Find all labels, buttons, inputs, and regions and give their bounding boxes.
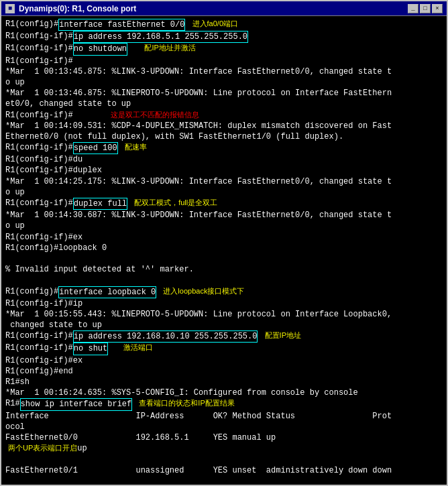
terminal-line: R1(config)#end <box>5 366 443 377</box>
text-content: R1#sh <box>5 377 30 387</box>
text-content: R1(config-if)#duplex <box>5 165 102 176</box>
terminal-line: R1(config-if)#no shut 激活端口 <box>5 343 443 355</box>
title-bar: ■ Dynamips(0): R1, Console port _ □ × <box>1 1 447 16</box>
annotation: 配置IP地址 <box>260 330 301 343</box>
text-content: R1(config-if)#ex <box>5 355 82 366</box>
terminal-line: R1(config)#loopback 0 <box>5 243 443 253</box>
terminal-line <box>5 275 443 286</box>
text-content: R1(config-if)# <box>5 43 73 55</box>
terminal-line: *Mar 1 00:13:45.875: %LINK-3-UPDOWN: Int… <box>5 66 443 77</box>
text-content: *Mar 1 00:13:45.875: %LINK-3-UPDOWN: Int… <box>5 66 392 77</box>
terminal-line: *Mar 1 00:14:30.687: %LINK-3-UPDOWN: Int… <box>5 210 443 221</box>
annotation: 配双工模式，full是全双工 <box>130 198 217 210</box>
annotation: 配速率 <box>121 142 147 154</box>
text-content: R1# <box>5 398 20 410</box>
cmd-highlight: no shutdown <box>73 43 127 55</box>
text-content: R1(config-if)#ex <box>5 232 82 243</box>
text-content: R1(config-if)#ip <box>5 298 82 309</box>
text-content: FastEthernet0/1 unassigned YES unset adm… <box>5 465 392 476</box>
text-content: *Mar 1 00:13:46.875: %LINEPROTO-5-UPDOWN… <box>5 88 392 99</box>
terminal-line: R1(config)#interface loopback 0 进入loopba… <box>5 286 443 298</box>
text-content: R1(config-if)# <box>5 343 73 355</box>
text-content: R1(config)#loopback 0 <box>5 243 107 253</box>
text-content: R1(config-if)# <box>5 142 73 154</box>
text-content: up <box>77 443 87 454</box>
minimize-button[interactable]: _ <box>408 4 418 13</box>
text-content <box>5 275 10 286</box>
cmd-highlight: show ip interface brief <box>20 398 133 410</box>
text-content: *Mar 1 00:14:09.531: %CDP-4-DUPLEX_MISMA… <box>5 121 392 131</box>
terminal-line: R1(config-if)#ex <box>5 232 443 243</box>
terminal-line: R1(config-if)# 这是双工不匹配的报错信息 <box>5 110 443 121</box>
terminal-line: R1(config-if)#speed 100 配速率 <box>5 142 443 154</box>
text-content <box>5 476 10 485</box>
terminal-line: R1(config-if)#ip <box>5 298 443 309</box>
terminal-line: ocol <box>5 422 443 432</box>
cmd-highlight: interface fastEthernet 0/0 <box>58 19 185 31</box>
text-content: R1(config)# <box>5 19 58 31</box>
terminal-line: R1(config-if)#ip address 192.168.10.10 2… <box>5 330 443 343</box>
terminal-line: % Invalid input detected at '^' marker. <box>5 264 443 275</box>
text-content: R1(config-if)# <box>5 31 73 43</box>
terminal-line: R1(config-if)#ex <box>5 355 443 366</box>
terminal-line: R1(config)#interface fastEthernet 0/0 进入… <box>5 19 443 31</box>
main-window: ■ Dynamips(0): R1, Console port _ □ × R1… <box>0 0 448 486</box>
terminal-line: *Mar 1 00:15:55.443: %LINEPROTO-5-UPDOWN… <box>5 309 443 320</box>
terminal-line: Ethernet0/0 (not full duplex), with SW1 … <box>5 131 443 142</box>
terminal-line: R1(config-if)#du <box>5 154 443 165</box>
terminal-area[interactable]: R1(config)#interface fastEthernet 0/0 进入… <box>1 16 447 485</box>
text-content <box>5 454 10 465</box>
terminal-line <box>5 253 443 264</box>
text-content: *Mar 1 00:14:30.687: %LINK-3-UPDOWN: Int… <box>5 210 392 221</box>
text-content: R1(config-if)# <box>5 198 73 210</box>
terminal-line: R1(config-if)# <box>5 56 443 66</box>
annotation-red: 这是双工不匹配的报错信息 <box>76 110 199 121</box>
text-content <box>5 253 10 264</box>
terminal-line: *Mar 1 00:14:25.175: %LINK-3-UPDOWN: Int… <box>5 176 443 187</box>
annotation: 进入fa0/0端口 <box>188 19 238 31</box>
title-buttons[interactable]: _ □ × <box>408 4 443 13</box>
text-content: *Mar 1 00:16:24.635: %SYS-5-CONFIG_I: Co… <box>5 387 358 398</box>
cmd-highlight: ip address 192.168.5.1 255.255.255.0 <box>73 31 248 43</box>
text-content: FastEthernet0/0 192.168.5.1 YES manual u… <box>5 432 372 443</box>
title-bar-left: ■ Dynamips(0): R1, Console port <box>5 4 136 13</box>
text-content: o up <box>5 221 25 231</box>
terminal-line: R1(config-if)#duplex full 配双工模式，full是全双工 <box>5 198 443 210</box>
terminal-line: *Mar 1 00:16:24.635: %SYS-5-CONFIG_I: Co… <box>5 387 443 398</box>
text-content: R1(config-if)# <box>5 56 73 66</box>
text-content: et0/0, changed state to up <box>5 99 131 109</box>
text-content: o up <box>5 77 25 88</box>
terminal-line <box>5 476 443 485</box>
text-content: Ethernet0/0 (not full duplex), with SW1 … <box>5 131 343 142</box>
annotation: 查看端口的状态和IP配置结果 <box>135 398 235 410</box>
text-content: changed state to up <box>5 320 102 330</box>
cmd-highlight: speed 100 <box>73 142 118 154</box>
terminal-line: et0/0, changed state to up <box>5 99 443 109</box>
terminal-line: R1(config-if)#no shutdown 配IP地址并激活 <box>5 43 443 55</box>
terminal-line: o up <box>5 221 443 231</box>
maximize-button[interactable]: □ <box>420 4 431 13</box>
terminal-line: *Mar 1 00:13:46.875: %LINEPROTO-5-UPDOWN… <box>5 88 443 99</box>
terminal-line: R1#sh <box>5 377 443 387</box>
text-content: R1(config-if)# <box>5 110 73 121</box>
text-content: *Mar 1 00:15:55.443: %LINEPROTO-5-UPDOWN… <box>5 309 392 320</box>
text-content: ocol <box>5 422 25 432</box>
window-title: Dynamips(0): R1, Console port <box>19 4 136 13</box>
terminal-line: o up <box>5 187 443 198</box>
terminal-line: *Mar 1 00:14:09.531: %CDP-4-DUPLEX_MISMA… <box>5 121 443 131</box>
text-content: Interface IP-Address OK? Method Status P… <box>5 411 392 422</box>
terminal-line: R1#show ip interface brief 查看端口的状态和IP配置结… <box>5 398 443 410</box>
cmd-highlight: interface loopback 0 <box>58 286 156 298</box>
terminal-line: R1(config-if)#ip address 192.168.5.1 255… <box>5 31 443 43</box>
text-content: o up <box>5 187 25 198</box>
text-content: R1(config)#end <box>5 366 73 377</box>
text-content: *Mar 1 00:14:25.175: %LINK-3-UPDOWN: Int… <box>5 176 392 187</box>
window-icon: ■ <box>5 4 15 13</box>
text-content: R1(config-if)# <box>5 330 73 343</box>
annotation: 两个UP表示端口开启 <box>8 443 77 454</box>
text-content: R1(config)# <box>5 286 58 298</box>
close-button[interactable]: × <box>432 4 443 13</box>
terminal-line: FastEthernet0/0 192.168.5.1 YES manual u… <box>5 432 443 454</box>
terminal-line: o up <box>5 77 443 88</box>
terminal-line: R1(config-if)#duplex <box>5 165 443 176</box>
